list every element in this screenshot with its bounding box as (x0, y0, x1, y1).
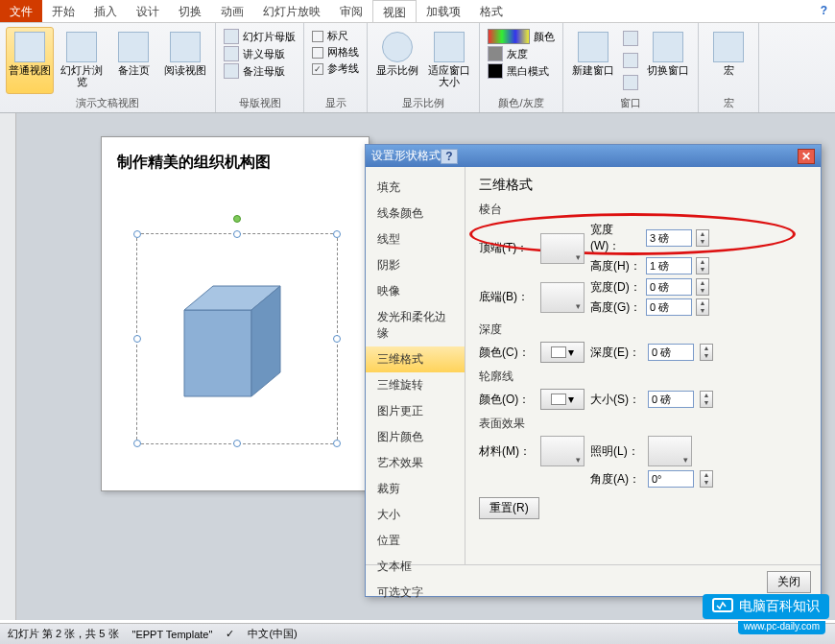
resize-handle[interactable] (133, 335, 141, 343)
gridlines-checkbox[interactable]: 网格线 (312, 45, 359, 60)
notes-master-icon (224, 63, 239, 79)
nav-line-color[interactable]: 线条颜色 (366, 201, 465, 227)
angle-input[interactable] (648, 470, 694, 488)
nav-line-style[interactable]: 线型 (366, 227, 465, 252)
grayscale-button[interactable]: 灰度 (488, 46, 555, 61)
contour-color-picker[interactable]: ▾ (540, 389, 584, 410)
resize-handle[interactable] (133, 440, 141, 447)
resize-handle[interactable] (333, 440, 341, 447)
nav-crop[interactable]: 裁剪 (366, 476, 465, 502)
spinner[interactable]: ▲▼ (700, 344, 713, 361)
cube-shape[interactable] (165, 272, 299, 406)
notes-master-button[interactable]: 备注母版 (224, 63, 296, 79)
handout-master-button[interactable]: 讲义母版 (224, 46, 296, 61)
cascade-icon[interactable] (623, 53, 638, 68)
spinner[interactable]: ▲▼ (700, 470, 713, 488)
tab-animation[interactable]: 动画 (211, 0, 253, 22)
nav-fill[interactable]: 填充 (366, 175, 465, 201)
material-picker[interactable] (540, 436, 584, 466)
spinner[interactable]: ▲▼ (700, 391, 713, 408)
spinner[interactable]: ▲▼ (696, 298, 709, 316)
notes-page-button[interactable]: 备注页 (109, 27, 157, 94)
resize-handle[interactable] (333, 335, 341, 343)
macros-button[interactable]: 宏 (704, 27, 752, 94)
nav-alttext[interactable]: 可选文字 (366, 580, 465, 606)
depth-color-picker[interactable]: ▾ (540, 342, 584, 363)
zoom-icon (382, 32, 413, 62)
tab-format[interactable]: 格式 (470, 0, 513, 22)
bevel-bottom-picker[interactable] (540, 282, 584, 313)
dialog-titlebar[interactable]: 设置形状格式 ? ✕ (366, 145, 821, 167)
svg-marker-0 (184, 310, 251, 396)
nav-artistic[interactable]: 艺术效果 (366, 450, 465, 476)
zoom-button[interactable]: 显示比例 (373, 27, 421, 94)
tab-view[interactable]: 视图 (372, 0, 417, 22)
reading-view-button[interactable]: 阅读视图 (161, 27, 209, 94)
new-window-button[interactable]: 新建窗口 (569, 27, 617, 94)
slide-sorter-button[interactable]: 幻灯片浏览 (58, 27, 106, 94)
checkbox-icon (312, 47, 323, 59)
group-color: 颜色 灰度 黑白模式 颜色/灰度 (480, 23, 563, 112)
tab-insert[interactable]: 插入 (84, 0, 127, 22)
spinner[interactable]: ▲▼ (696, 257, 709, 274)
close-button[interactable]: 关闭 (767, 571, 811, 593)
nav-picture-color[interactable]: 图片颜色 (366, 424, 465, 450)
lighting-picker[interactable] (648, 436, 692, 466)
color-label: 颜色(C)： (479, 345, 535, 361)
tab-home[interactable]: 开始 (42, 0, 84, 22)
nav-glow[interactable]: 发光和柔化边缘 (366, 304, 465, 346)
tab-addins[interactable]: 加载项 (417, 0, 470, 22)
split-icon[interactable] (623, 75, 638, 90)
tab-transition[interactable]: 切换 (169, 0, 211, 22)
resize-handle[interactable] (233, 440, 241, 447)
slide-master-button[interactable]: 幻灯片母版 (224, 29, 296, 44)
reset-button[interactable]: 重置(R) (479, 497, 539, 519)
contour-size-input[interactable] (648, 391, 694, 408)
nav-position[interactable]: 位置 (366, 528, 465, 554)
tab-slideshow[interactable]: 幻灯片放映 (253, 0, 330, 22)
depth-input[interactable] (648, 344, 694, 361)
thumbnail-panel[interactable] (0, 113, 16, 620)
resize-handle[interactable] (133, 230, 141, 238)
top-height-input[interactable] (646, 257, 692, 274)
fit-icon (434, 32, 465, 62)
arrange-icon[interactable] (623, 31, 638, 46)
guides-checkbox[interactable]: 参考线 (312, 61, 359, 76)
ribbon: 普通视图 幻灯片浏览 备注页 阅读视图 演示文稿视图 幻灯片母版 讲义母版 备注… (0, 23, 835, 113)
rotate-handle[interactable] (233, 215, 241, 223)
blackwhite-button[interactable]: 黑白模式 (488, 63, 555, 79)
nav-3d-format[interactable]: 三维格式 (366, 346, 465, 372)
bottom-width-input[interactable] (646, 278, 692, 296)
color-icon (488, 29, 530, 44)
tab-file[interactable]: 文件 (0, 0, 42, 22)
spinner[interactable]: ▲▼ (696, 229, 709, 247)
tab-review[interactable]: 审阅 (330, 0, 372, 22)
tab-design[interactable]: 设计 (127, 0, 169, 22)
format-shape-dialog: 设置形状格式 ? ✕ 填充 线条颜色 线型 阴影 映像 发光和柔化边缘 三维格式… (365, 144, 822, 597)
spellcheck-icon[interactable]: ✓ (226, 628, 234, 640)
top-width-input[interactable] (646, 229, 692, 247)
color-button[interactable]: 颜色 (488, 29, 555, 44)
nav-shadow[interactable]: 阴影 (366, 252, 465, 278)
nav-picture-correct[interactable]: 图片更正 (366, 398, 465, 424)
help-icon[interactable]: ? (813, 0, 835, 22)
width-label: 宽度(W)： (590, 222, 642, 254)
bevel-top-picker[interactable] (540, 233, 584, 264)
dialog-title: 设置形状格式 (371, 148, 441, 164)
fit-window-button[interactable]: 适应窗口大小 (425, 27, 473, 94)
nav-size[interactable]: 大小 (366, 502, 465, 528)
nav-3d-rotation[interactable]: 三维旋转 (366, 372, 465, 398)
spinner[interactable]: ▲▼ (696, 278, 709, 296)
nav-reflection[interactable]: 映像 (366, 278, 465, 304)
switch-window-button[interactable]: 切换窗口 (644, 27, 692, 94)
ruler-checkbox[interactable]: 标尺 (312, 29, 359, 43)
dialog-close-button[interactable]: ✕ (798, 149, 815, 164)
dialog-help-button[interactable]: ? (441, 149, 458, 164)
resize-handle[interactable] (233, 230, 241, 238)
normal-view-button[interactable]: 普通视图 (6, 27, 54, 94)
nav-textbox[interactable]: 文本框 (366, 554, 465, 580)
language-status[interactable]: 中文(中国) (248, 627, 297, 641)
bottom-height-input[interactable] (646, 298, 692, 316)
resize-handle[interactable] (333, 230, 341, 238)
menu-tabs: 文件 开始 插入 设计 切换 动画 幻灯片放映 审阅 视图 加载项 格式 ? (0, 0, 835, 23)
